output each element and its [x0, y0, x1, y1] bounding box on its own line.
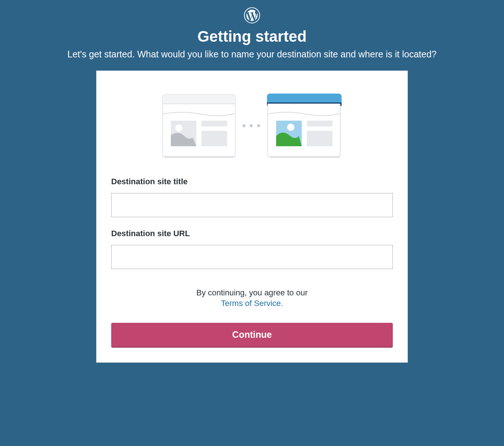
svg-point-9: [250, 124, 253, 127]
page-subtitle: Let's get started. What would you like t…: [67, 49, 437, 60]
svg-rect-7: [202, 131, 227, 146]
terms-text: By continuing, you agree to our Terms of…: [196, 287, 308, 308]
setup-card: Destination site title Destination site …: [96, 71, 408, 363]
svg-point-8: [242, 124, 245, 127]
migration-illustration: [111, 93, 393, 159]
page-title: Getting started: [198, 28, 307, 45]
site-url-input[interactable]: [111, 245, 393, 269]
svg-point-5: [175, 124, 183, 132]
svg-rect-17: [307, 121, 332, 126]
site-title-input[interactable]: [111, 193, 393, 217]
site-title-label: Destination site title: [111, 177, 393, 186]
svg-point-10: [257, 124, 260, 127]
terms-prefix: By continuing, you agree to our: [196, 287, 308, 299]
svg-point-16: [287, 124, 294, 131]
terms-link[interactable]: Terms of Service.: [221, 299, 283, 308]
svg-rect-18: [307, 131, 332, 146]
site-title-group: Destination site title: [111, 177, 393, 217]
wordpress-logo-icon: [244, 7, 260, 25]
site-url-group: Destination site URL: [111, 229, 393, 269]
site-url-label: Destination site URL: [111, 229, 393, 238]
continue-button[interactable]: Continue: [111, 323, 393, 348]
svg-rect-6: [202, 121, 227, 126]
